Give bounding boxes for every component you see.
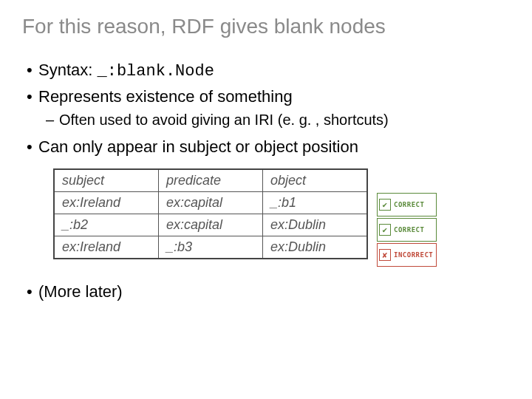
col-subject: subject [54,169,159,192]
bullet-list: Syntax: _:blank.Node Represents existenc… [22,59,510,158]
bullet-represents-sub: Often used to avoid giving an IRI (e. g.… [38,110,510,130]
syntax-code: _:blank.Node [97,62,214,81]
check-icon: ✔ [379,199,391,211]
badge-label: INCORRECT [392,251,436,259]
col-object: object [263,169,368,192]
row-status-badges: ✔ CORRECT ✔ CORRECT ✘ INCORRECT [377,168,437,267]
triples-table: subject predicate object ex:Ireland ex:c… [53,168,368,259]
badge-label: CORRECT [392,226,427,233]
triples-figure: subject predicate object ex:Ireland ex:c… [53,168,510,267]
col-predicate: predicate [159,169,263,192]
bullet-syntax: Syntax: _:blank.Node [22,59,510,83]
bullet-more: (More later) [22,281,510,303]
status-badge: ✘ INCORRECT [377,243,437,267]
status-badge: ✔ CORRECT [377,193,437,216]
table-row: ex:Ireland _:b3 ex:Dublin [54,236,367,259]
table-row: ex:Ireland ex:capital _:b1 [54,192,367,214]
syntax-label: Syntax: [38,61,97,79]
cross-icon: ✘ [379,249,391,261]
slide-title: For this reason, RDF gives blank nodes [22,15,510,38]
badge-label: CORRECT [392,201,427,208]
bullet-position: Can only appear in subject or object pos… [22,136,510,158]
bullet-list-tail: (More later) [22,281,510,303]
bullet-represents: Represents existence of something Often … [22,86,510,131]
status-badge: ✔ CORRECT [377,218,437,242]
table-header-row: subject predicate object [54,169,367,192]
table-row: _:b2 ex:capital ex:Dublin [54,214,367,236]
check-icon: ✔ [379,224,391,236]
